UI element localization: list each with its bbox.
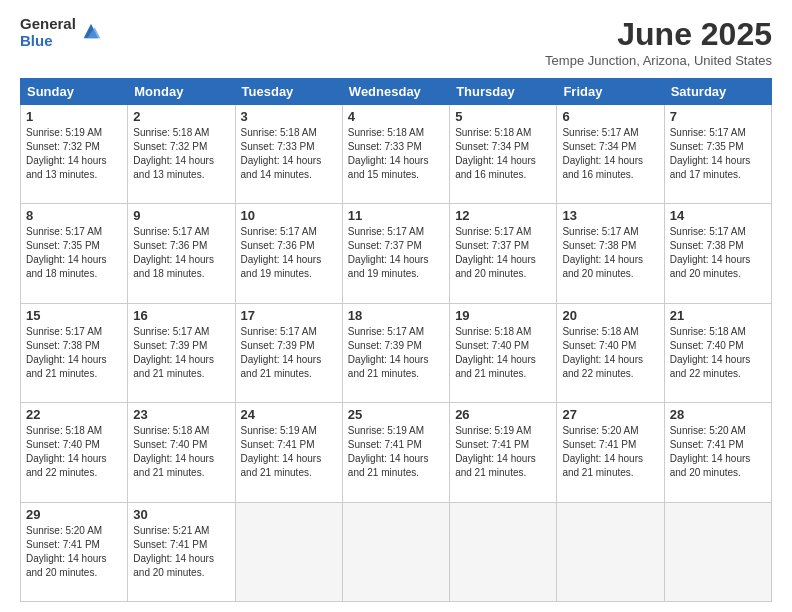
cell-info: Sunrise: 5:18 AMSunset: 7:34 PMDaylight:… xyxy=(455,126,551,182)
cell-info: Sunrise: 5:17 AMSunset: 7:35 PMDaylight:… xyxy=(670,126,766,182)
weekday-row: SundayMondayTuesdayWednesdayThursdayFrid… xyxy=(21,79,772,105)
logo-icon xyxy=(80,20,102,42)
week-row-2: 15Sunrise: 5:17 AMSunset: 7:38 PMDayligh… xyxy=(21,303,772,402)
cell-info: Sunrise: 5:19 AMSunset: 7:32 PMDaylight:… xyxy=(26,126,122,182)
cell-info: Sunrise: 5:17 AMSunset: 7:34 PMDaylight:… xyxy=(562,126,658,182)
calendar-cell: 23Sunrise: 5:18 AMSunset: 7:40 PMDayligh… xyxy=(128,403,235,502)
calendar-cell: 6Sunrise: 5:17 AMSunset: 7:34 PMDaylight… xyxy=(557,105,664,204)
calendar-table: SundayMondayTuesdayWednesdayThursdayFrid… xyxy=(20,78,772,602)
cell-info: Sunrise: 5:19 AMSunset: 7:41 PMDaylight:… xyxy=(348,424,444,480)
day-number: 27 xyxy=(562,407,658,422)
cell-info: Sunrise: 5:21 AMSunset: 7:41 PMDaylight:… xyxy=(133,524,229,580)
calendar-cell: 17Sunrise: 5:17 AMSunset: 7:39 PMDayligh… xyxy=(235,303,342,402)
logo-blue-text: Blue xyxy=(20,33,76,50)
day-number: 19 xyxy=(455,308,551,323)
cell-info: Sunrise: 5:19 AMSunset: 7:41 PMDaylight:… xyxy=(241,424,337,480)
weekday-header-wednesday: Wednesday xyxy=(342,79,449,105)
calendar-cell: 12Sunrise: 5:17 AMSunset: 7:37 PMDayligh… xyxy=(450,204,557,303)
cell-info: Sunrise: 5:17 AMSunset: 7:35 PMDaylight:… xyxy=(26,225,122,281)
day-number: 6 xyxy=(562,109,658,124)
calendar-cell: 4Sunrise: 5:18 AMSunset: 7:33 PMDaylight… xyxy=(342,105,449,204)
day-number: 14 xyxy=(670,208,766,223)
day-number: 10 xyxy=(241,208,337,223)
cell-info: Sunrise: 5:17 AMSunset: 7:39 PMDaylight:… xyxy=(133,325,229,381)
page: General Blue June 2025 Tempe Junction, A… xyxy=(0,0,792,612)
calendar-cell: 15Sunrise: 5:17 AMSunset: 7:38 PMDayligh… xyxy=(21,303,128,402)
calendar-cell xyxy=(235,502,342,601)
weekday-header-sunday: Sunday xyxy=(21,79,128,105)
logo: General Blue xyxy=(20,16,102,49)
calendar-cell: 27Sunrise: 5:20 AMSunset: 7:41 PMDayligh… xyxy=(557,403,664,502)
day-number: 11 xyxy=(348,208,444,223)
cell-info: Sunrise: 5:18 AMSunset: 7:40 PMDaylight:… xyxy=(455,325,551,381)
header: General Blue June 2025 Tempe Junction, A… xyxy=(20,16,772,68)
calendar-body: 1Sunrise: 5:19 AMSunset: 7:32 PMDaylight… xyxy=(21,105,772,602)
cell-info: Sunrise: 5:19 AMSunset: 7:41 PMDaylight:… xyxy=(455,424,551,480)
calendar-cell: 29Sunrise: 5:20 AMSunset: 7:41 PMDayligh… xyxy=(21,502,128,601)
calendar-cell: 30Sunrise: 5:21 AMSunset: 7:41 PMDayligh… xyxy=(128,502,235,601)
weekday-header-monday: Monday xyxy=(128,79,235,105)
day-number: 8 xyxy=(26,208,122,223)
weekday-header-thursday: Thursday xyxy=(450,79,557,105)
day-number: 29 xyxy=(26,507,122,522)
calendar-cell: 2Sunrise: 5:18 AMSunset: 7:32 PMDaylight… xyxy=(128,105,235,204)
cell-info: Sunrise: 5:20 AMSunset: 7:41 PMDaylight:… xyxy=(562,424,658,480)
cell-info: Sunrise: 5:17 AMSunset: 7:38 PMDaylight:… xyxy=(26,325,122,381)
cell-info: Sunrise: 5:20 AMSunset: 7:41 PMDaylight:… xyxy=(670,424,766,480)
day-number: 28 xyxy=(670,407,766,422)
day-number: 17 xyxy=(241,308,337,323)
day-number: 15 xyxy=(26,308,122,323)
day-number: 7 xyxy=(670,109,766,124)
day-number: 18 xyxy=(348,308,444,323)
cell-info: Sunrise: 5:18 AMSunset: 7:33 PMDaylight:… xyxy=(348,126,444,182)
month-title: June 2025 xyxy=(545,16,772,53)
cell-info: Sunrise: 5:18 AMSunset: 7:40 PMDaylight:… xyxy=(133,424,229,480)
logo-text: General Blue xyxy=(20,16,76,49)
weekday-header-saturday: Saturday xyxy=(664,79,771,105)
calendar-cell: 19Sunrise: 5:18 AMSunset: 7:40 PMDayligh… xyxy=(450,303,557,402)
calendar-cell: 18Sunrise: 5:17 AMSunset: 7:39 PMDayligh… xyxy=(342,303,449,402)
day-number: 16 xyxy=(133,308,229,323)
week-row-0: 1Sunrise: 5:19 AMSunset: 7:32 PMDaylight… xyxy=(21,105,772,204)
calendar-cell xyxy=(450,502,557,601)
calendar-cell: 9Sunrise: 5:17 AMSunset: 7:36 PMDaylight… xyxy=(128,204,235,303)
day-number: 21 xyxy=(670,308,766,323)
day-number: 25 xyxy=(348,407,444,422)
calendar-cell xyxy=(664,502,771,601)
calendar-cell: 7Sunrise: 5:17 AMSunset: 7:35 PMDaylight… xyxy=(664,105,771,204)
cell-info: Sunrise: 5:18 AMSunset: 7:32 PMDaylight:… xyxy=(133,126,229,182)
calendar-cell: 24Sunrise: 5:19 AMSunset: 7:41 PMDayligh… xyxy=(235,403,342,502)
day-number: 23 xyxy=(133,407,229,422)
day-number: 22 xyxy=(26,407,122,422)
cell-info: Sunrise: 5:17 AMSunset: 7:39 PMDaylight:… xyxy=(348,325,444,381)
calendar-cell: 13Sunrise: 5:17 AMSunset: 7:38 PMDayligh… xyxy=(557,204,664,303)
calendar-cell: 11Sunrise: 5:17 AMSunset: 7:37 PMDayligh… xyxy=(342,204,449,303)
day-number: 3 xyxy=(241,109,337,124)
weekday-header-tuesday: Tuesday xyxy=(235,79,342,105)
cell-info: Sunrise: 5:17 AMSunset: 7:36 PMDaylight:… xyxy=(241,225,337,281)
cell-info: Sunrise: 5:20 AMSunset: 7:41 PMDaylight:… xyxy=(26,524,122,580)
calendar-cell: 8Sunrise: 5:17 AMSunset: 7:35 PMDaylight… xyxy=(21,204,128,303)
title-block: June 2025 Tempe Junction, Arizona, Unite… xyxy=(545,16,772,68)
calendar-cell: 1Sunrise: 5:19 AMSunset: 7:32 PMDaylight… xyxy=(21,105,128,204)
day-number: 13 xyxy=(562,208,658,223)
calendar-cell: 3Sunrise: 5:18 AMSunset: 7:33 PMDaylight… xyxy=(235,105,342,204)
calendar-cell: 21Sunrise: 5:18 AMSunset: 7:40 PMDayligh… xyxy=(664,303,771,402)
week-row-3: 22Sunrise: 5:18 AMSunset: 7:40 PMDayligh… xyxy=(21,403,772,502)
day-number: 2 xyxy=(133,109,229,124)
calendar-cell: 26Sunrise: 5:19 AMSunset: 7:41 PMDayligh… xyxy=(450,403,557,502)
location: Tempe Junction, Arizona, United States xyxy=(545,53,772,68)
calendar-cell: 28Sunrise: 5:20 AMSunset: 7:41 PMDayligh… xyxy=(664,403,771,502)
calendar-cell: 16Sunrise: 5:17 AMSunset: 7:39 PMDayligh… xyxy=(128,303,235,402)
day-number: 12 xyxy=(455,208,551,223)
cell-info: Sunrise: 5:17 AMSunset: 7:38 PMDaylight:… xyxy=(562,225,658,281)
cell-info: Sunrise: 5:17 AMSunset: 7:36 PMDaylight:… xyxy=(133,225,229,281)
day-number: 5 xyxy=(455,109,551,124)
cell-info: Sunrise: 5:18 AMSunset: 7:40 PMDaylight:… xyxy=(26,424,122,480)
cell-info: Sunrise: 5:18 AMSunset: 7:40 PMDaylight:… xyxy=(562,325,658,381)
cell-info: Sunrise: 5:17 AMSunset: 7:37 PMDaylight:… xyxy=(455,225,551,281)
day-number: 30 xyxy=(133,507,229,522)
calendar-cell: 5Sunrise: 5:18 AMSunset: 7:34 PMDaylight… xyxy=(450,105,557,204)
day-number: 24 xyxy=(241,407,337,422)
cell-info: Sunrise: 5:17 AMSunset: 7:39 PMDaylight:… xyxy=(241,325,337,381)
